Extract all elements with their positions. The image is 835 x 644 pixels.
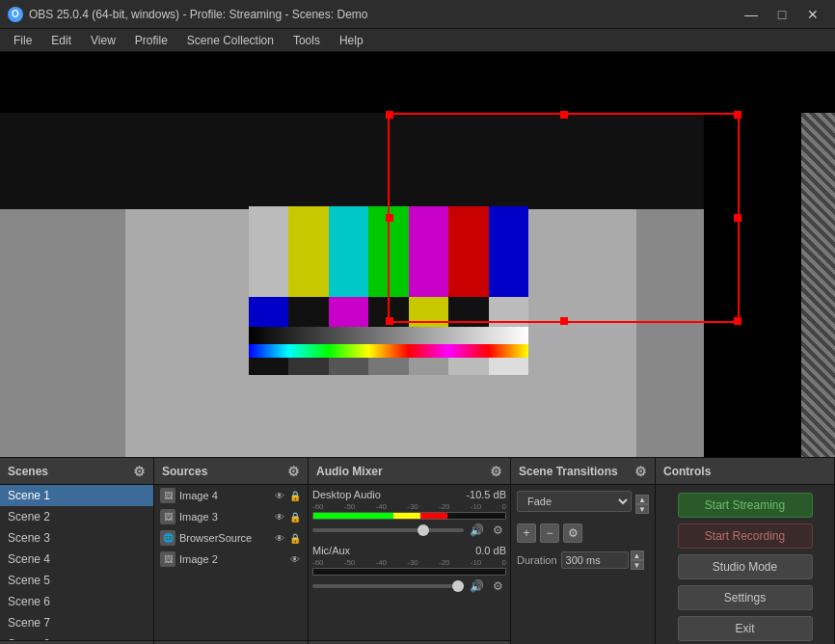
source-image3-label: Image 3 bbox=[179, 511, 269, 523]
desktop-audio-db: -10.5 dB bbox=[466, 489, 506, 500]
source-image2-visibility[interactable]: 👁 bbox=[288, 552, 302, 566]
audio-title: Audio Mixer bbox=[316, 465, 383, 478]
bar-red bbox=[448, 206, 488, 297]
sources-header: Sources ⚙ bbox=[154, 458, 308, 485]
gs-4 bbox=[368, 358, 408, 375]
sources-title: Sources bbox=[162, 465, 207, 478]
scene-item-8[interactable]: Scene 8 bbox=[0, 633, 153, 640]
scenes-title: Scenes bbox=[8, 465, 48, 478]
menubar: File Edit View Profile Scene Collection … bbox=[0, 29, 835, 52]
scene-item-6[interactable]: Scene 6 bbox=[0, 591, 153, 612]
source-image4-lock[interactable]: 🔒 bbox=[288, 489, 302, 502]
source-item-browser[interactable]: 🌐 BrowserSource 👁 🔒 bbox=[154, 527, 308, 549]
window-controls: — □ ✕ bbox=[737, 5, 827, 24]
source-browser-lock[interactable]: 🔒 bbox=[288, 531, 302, 545]
scene-item-7[interactable]: Scene 7 bbox=[0, 612, 153, 633]
layer-black-tl bbox=[0, 113, 125, 209]
desktop-audio-slider[interactable] bbox=[312, 528, 464, 532]
gs-2 bbox=[288, 358, 328, 375]
duration-spin-down[interactable]: ▼ bbox=[631, 560, 644, 570]
menu-help[interactable]: Help bbox=[330, 32, 373, 49]
layer-black-top bbox=[125, 113, 704, 209]
duration-spin-up[interactable]: ▲ bbox=[631, 550, 644, 560]
duration-row: Duration ▲ ▼ bbox=[517, 550, 649, 570]
image4-type-icon: 🖼 bbox=[160, 488, 175, 503]
transitions-select-row: Fade Cut Swipe ▲ ▼ bbox=[517, 491, 649, 518]
menu-scene-collection[interactable]: Scene Collection bbox=[177, 32, 283, 49]
studio-mode-button[interactable]: Studio Mode bbox=[678, 554, 813, 579]
source-item-image2[interactable]: 🖼 Image 2 👁 bbox=[154, 549, 308, 570]
audio-config-icon[interactable]: ⚙ bbox=[490, 464, 502, 479]
controls-title: Controls bbox=[663, 465, 711, 478]
mic-audio-settings[interactable]: ⚙ bbox=[489, 577, 506, 595]
transitions-header: Scene Transitions ⚙ bbox=[511, 458, 655, 485]
bar-b-black3 bbox=[448, 297, 488, 327]
audio-tracks: Desktop Audio -10.5 dB -60-50-40-30-20-1… bbox=[309, 485, 510, 640]
desktop-audio-settings[interactable]: ⚙ bbox=[489, 522, 506, 539]
scenes-config-icon[interactable]: ⚙ bbox=[133, 464, 146, 479]
mic-meter-labels: -60-50-40-30-20-100 bbox=[312, 558, 506, 567]
source-image3-visibility[interactable]: 👁 bbox=[273, 510, 286, 523]
hatch-pattern bbox=[801, 113, 835, 457]
menu-tools[interactable]: Tools bbox=[283, 32, 330, 49]
source-image3-lock[interactable]: 🔒 bbox=[288, 510, 302, 523]
source-image4-visibility[interactable]: 👁 bbox=[273, 489, 286, 502]
controls-panel: Controls Start Streaming Start Recording… bbox=[656, 458, 835, 644]
transitions-spin-down[interactable]: ▼ bbox=[635, 504, 649, 514]
layer-left-gray bbox=[0, 209, 125, 457]
transitions-dropdown[interactable]: Fade Cut Swipe bbox=[517, 491, 632, 512]
transitions-add-button[interactable]: + bbox=[517, 523, 536, 543]
scene-item-4[interactable]: Scene 4 bbox=[0, 549, 153, 570]
exit-button[interactable]: Exit bbox=[678, 616, 813, 641]
mic-audio-header: Mic/Aux 0.0 dB bbox=[312, 545, 506, 556]
mic-audio-controls: 🔊 ⚙ bbox=[312, 577, 506, 595]
sources-config-icon[interactable]: ⚙ bbox=[287, 464, 300, 479]
source-item-image3[interactable]: 🖼 Image 3 👁 🔒 bbox=[154, 506, 308, 527]
scenes-panel: Scenes ⚙ Scene 1 Scene 2 Scene 3 Scene 4… bbox=[0, 458, 154, 644]
duration-input[interactable] bbox=[561, 551, 629, 569]
menu-view[interactable]: View bbox=[81, 32, 125, 49]
minimize-button[interactable]: — bbox=[737, 5, 766, 24]
mic-audio-mute[interactable]: 🔊 bbox=[468, 577, 485, 595]
settings-button[interactable]: Settings bbox=[678, 585, 813, 610]
bar-magenta bbox=[409, 206, 448, 297]
bar-b-black2 bbox=[368, 297, 408, 327]
desktop-meter-fill bbox=[313, 513, 447, 519]
close-button[interactable]: ✕ bbox=[798, 5, 827, 24]
menu-file[interactable]: File bbox=[4, 32, 41, 49]
source-browser-visibility[interactable]: 👁 bbox=[273, 531, 286, 545]
source-image3-actions: 👁 🔒 bbox=[273, 510, 302, 523]
start-recording-button[interactable]: Start Recording bbox=[678, 523, 813, 549]
scene-item-5[interactable]: Scene 5 bbox=[0, 570, 153, 591]
transitions-spin: ▲ ▼ bbox=[635, 495, 649, 514]
desktop-audio-mute[interactable]: 🔊 bbox=[468, 522, 485, 539]
audio-panel: Audio Mixer ⚙ Desktop Audio -10.5 dB -60… bbox=[309, 458, 511, 644]
mic-audio-meter bbox=[312, 568, 506, 576]
sources-list: 🖼 Image 4 👁 🔒 🖼 Image 3 👁 🔒 🌐 BrowserSou… bbox=[154, 485, 308, 640]
transitions-remove-button[interactable]: − bbox=[540, 523, 559, 543]
gs-6 bbox=[448, 358, 488, 375]
menu-profile[interactable]: Profile bbox=[125, 32, 177, 49]
transitions-settings-button[interactable]: ⚙ bbox=[563, 523, 582, 543]
gs-3 bbox=[329, 358, 368, 375]
duration-label: Duration bbox=[517, 554, 557, 566]
window-title: OBS 25.0.4 (64-bit, windows) - Profile: … bbox=[29, 8, 367, 21]
audio-header: Audio Mixer ⚙ bbox=[309, 458, 510, 485]
desktop-audio-name: Desktop Audio bbox=[312, 489, 381, 500]
maximize-button[interactable]: □ bbox=[768, 5, 796, 24]
scene-item-2[interactable]: Scene 2 bbox=[0, 506, 153, 527]
transitions-panel: Scene Transitions ⚙ Fade Cut Swipe ▲ ▼ +… bbox=[511, 458, 656, 644]
mic-audio-slider[interactable] bbox=[312, 584, 464, 588]
audio-track-mic: Mic/Aux 0.0 dB -60-50-40-30-20-100 🔊 ⚙ bbox=[312, 545, 506, 595]
transitions-config-icon[interactable]: ⚙ bbox=[634, 464, 647, 479]
grayscale-strip bbox=[249, 358, 528, 375]
menu-edit[interactable]: Edit bbox=[41, 32, 81, 49]
start-streaming-button[interactable]: Start Streaming bbox=[678, 493, 813, 518]
scene-item-3[interactable]: Scene 3 bbox=[0, 527, 153, 549]
transitions-spin-up[interactable]: ▲ bbox=[635, 495, 649, 504]
obs-icon: O bbox=[8, 7, 23, 22]
scenes-header: Scenes ⚙ bbox=[0, 458, 153, 485]
bar-b-black1 bbox=[288, 297, 328, 327]
scene-item-1[interactable]: Scene 1 bbox=[0, 485, 153, 506]
source-item-image4[interactable]: 🖼 Image 4 👁 🔒 bbox=[154, 485, 308, 506]
